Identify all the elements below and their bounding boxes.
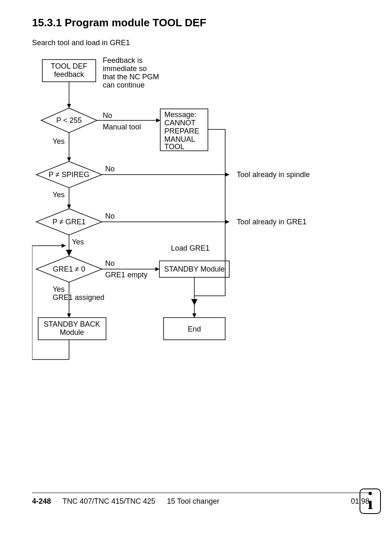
svg-text:CANNOT: CANNOT — [164, 119, 196, 127]
svg-text:End: End — [188, 325, 201, 333]
svg-text:MANUAL: MANUAL — [164, 135, 195, 143]
note-feedback-immediate: Feedback is immediate so that the NC PGM… — [103, 56, 159, 89]
node-tool-def-feedback: TOOL DEF feedback — [42, 60, 96, 82]
label-tool-in-spindle: Tool already in spindle — [237, 171, 310, 179]
svg-text:that the NC PGM: that the NC PGM — [103, 73, 159, 81]
node-standby-back-module: STANDBY BACK Module — [38, 318, 106, 340]
svg-text:TOOL: TOOL — [164, 143, 184, 151]
decision-gre1-ne-0: GRE1 ≠ 0 — [36, 256, 102, 282]
decision-p-ne-spireg: P ≠ SPIREG — [36, 161, 102, 188]
decision-p-lt-255: P < 255 — [41, 108, 97, 133]
text: TOOL DEF — [51, 62, 87, 70]
label-no: No — [105, 212, 115, 220]
label-no: No — [105, 259, 115, 267]
footer-section: 15 Tool changer — [167, 497, 219, 506]
svg-text:can continue: can continue — [103, 81, 145, 89]
footer-model: TNC 407/TNC 415/TNC 425 — [62, 497, 155, 506]
svg-text:Feedback is: Feedback is — [103, 56, 143, 65]
page-subtext: Search tool and load in GRE1 — [32, 39, 130, 47]
svg-text:GRE1 ≠ 0: GRE1 ≠ 0 — [53, 265, 85, 273]
page-footer: 4-248 TNC 407/TNC 415/TNC 425 15 Tool ch… — [32, 493, 369, 506]
arrowhead — [66, 250, 72, 255]
flowchart: TOOL DEF feedback Feedback is immediate … — [32, 55, 361, 372]
label-no: No — [103, 111, 112, 120]
label-yes: Yes — [53, 285, 65, 293]
svg-text:P ≠ GRE1: P ≠ GRE1 — [53, 218, 86, 226]
label-yes: Yes — [53, 191, 65, 199]
svg-text:PREPARE: PREPARE — [164, 127, 199, 135]
info-icon[interactable]: ı — [360, 488, 381, 514]
label-gre1-assigned: GRE1 assigned — [53, 293, 104, 302]
label-yes: Yes — [53, 137, 65, 145]
decision-p-ne-gre1: P ≠ GRE1 — [36, 209, 102, 235]
label-no: No — [105, 165, 115, 173]
node-end: End — [164, 318, 225, 340]
svg-text:STANDBY BACK: STANDBY BACK — [44, 320, 100, 328]
arrowhead — [191, 299, 198, 304]
label-tool-in-gre1: Tool already in GRE1 — [237, 218, 307, 226]
label-gre1-empty: GRE1 empty — [105, 271, 148, 279]
label-load-gre1: Load GRE1 — [171, 244, 210, 252]
text: feedback — [54, 70, 84, 78]
svg-text:immediate so: immediate so — [103, 65, 147, 73]
svg-text:P ≠ SPIREG: P ≠ SPIREG — [48, 171, 90, 179]
page-heading: 15.3.1 Program module TOOL DEF — [32, 16, 206, 29]
svg-text:STANDBY Module: STANDBY Module — [164, 265, 224, 273]
label-yes: Yes — [72, 238, 84, 246]
svg-text:P < 255: P < 255 — [56, 116, 82, 124]
node-standby-module: STANDBY Module — [159, 261, 229, 277]
node-message-cannot-prepare: Message: CANNOT PREPARE MANUAL TOOL — [160, 109, 208, 151]
svg-text:Message:: Message: — [164, 111, 196, 119]
footer-pagenum: 4-248 — [32, 497, 51, 506]
page: 15.3.1 Program module TOOL DEF Search to… — [0, 0, 392, 553]
label-manual-tool: Manual tool — [103, 123, 141, 131]
svg-text:Module: Module — [60, 328, 84, 336]
footer-left: 4-248 TNC 407/TNC 415/TNC 425 15 Tool ch… — [32, 497, 219, 506]
